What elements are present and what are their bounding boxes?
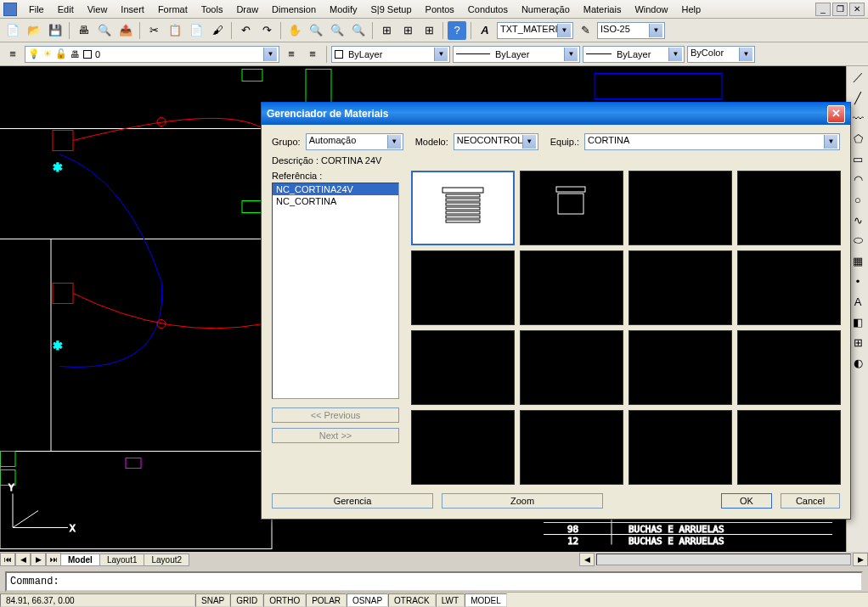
color-combo[interactable]: ByLayer	[331, 46, 450, 63]
line-icon[interactable]: ／	[848, 68, 867, 87]
ellipse-icon[interactable]: ⬭	[848, 231, 867, 250]
equip-combo[interactable]: CORTINA	[584, 133, 840, 150]
snap-toggle[interactable]: SNAP	[195, 593, 230, 607]
window-close[interactable]: ✕	[849, 3, 865, 16]
modelo-combo[interactable]: NEOCONTROL	[454, 133, 538, 150]
polygon-icon[interactable]: ⬠	[848, 129, 867, 148]
tab-next[interactable]: ▶	[31, 553, 46, 566]
hatch-icon[interactable]: ▦	[848, 251, 867, 270]
preview-cell-7[interactable]	[737, 250, 841, 325]
text-icon[interactable]: A	[848, 292, 867, 311]
preview-cell-11[interactable]	[737, 330, 841, 405]
lwt-toggle[interactable]: LWT	[436, 593, 465, 607]
menu-modify[interactable]: Modify	[323, 3, 364, 16]
grid-toggle[interactable]: GRID	[230, 593, 263, 607]
ok-button[interactable]: OK	[721, 493, 772, 509]
circle-icon[interactable]: ○	[848, 190, 867, 209]
undo-icon[interactable]: ↶	[236, 21, 255, 40]
text-style-icon[interactable]: A	[476, 21, 494, 40]
layer-mgr-icon[interactable]: ≡	[3, 45, 22, 64]
preview-icon[interactable]: 🔍	[95, 21, 114, 40]
tab-last[interactable]: ⏭	[46, 553, 61, 566]
lineweight-combo[interactable]: ByLayer	[583, 46, 685, 63]
preview-cell-2[interactable]	[628, 171, 732, 245]
preview-cell-12[interactable]	[411, 410, 515, 485]
menu-insert[interactable]: Insert	[114, 3, 151, 16]
table-icon[interactable]: ⊞	[848, 333, 867, 351]
polar-toggle[interactable]: POLAR	[306, 593, 347, 607]
preview-cell-8[interactable]	[411, 330, 515, 405]
tool-palette-icon[interactable]: ⊞	[420, 21, 438, 40]
preview-cell-6[interactable]	[628, 250, 732, 325]
redo-icon[interactable]: ↷	[257, 21, 276, 40]
menu-file[interactable]: File	[22, 3, 51, 16]
copy-icon[interactable]: 📋	[166, 21, 184, 40]
open-icon[interactable]: 📂	[25, 21, 43, 40]
tab-layout2[interactable]: Layout2	[144, 554, 189, 566]
new-icon[interactable]: 📄	[3, 21, 22, 40]
tab-model[interactable]: Model	[60, 554, 100, 566]
save-icon[interactable]: 💾	[46, 21, 65, 40]
gradient-icon[interactable]: ◐	[848, 353, 867, 372]
properties-icon[interactable]: ⊞	[377, 21, 396, 40]
pline-icon[interactable]: 〰	[848, 109, 867, 127]
window-minimize[interactable]: _	[815, 3, 831, 16]
dialog-close-button[interactable]: ✕	[827, 105, 845, 123]
preview-cell-9[interactable]	[520, 330, 623, 405]
point-icon[interactable]: •	[848, 272, 867, 290]
text-style-combo[interactable]: TXT_MATERIA	[497, 22, 573, 39]
xline-icon[interactable]: ╱	[848, 88, 867, 107]
ref-item-0[interactable]: NC_CORTINA24V	[273, 183, 398, 195]
preview-cell-4[interactable]	[411, 250, 515, 325]
preview-cell-14[interactable]	[628, 410, 732, 485]
preview-cell-15[interactable]	[737, 410, 841, 485]
previous-button[interactable]: << Previous	[272, 407, 399, 423]
match-icon[interactable]: 🖌	[208, 21, 227, 40]
menu-condutos[interactable]: Condutos	[461, 3, 515, 16]
menu-window[interactable]: Window	[628, 3, 674, 16]
cancel-button[interactable]: Cancel	[781, 493, 840, 509]
menu-help[interactable]: Help	[675, 3, 708, 16]
menu-format[interactable]: Format	[151, 3, 194, 16]
preview-cell-10[interactable]	[628, 330, 732, 405]
print-icon[interactable]: 🖶	[74, 21, 93, 40]
layer-states-icon[interactable]: ≡	[303, 45, 322, 64]
preview-cell-13[interactable]	[520, 410, 623, 485]
zoom-rt-icon[interactable]: 🔍	[307, 21, 325, 40]
layer-combo[interactable]: 💡☀🔓🖶 0	[25, 46, 279, 63]
zoom-prev-icon[interactable]: 🔍	[349, 21, 368, 40]
ortho-toggle[interactable]: ORTHO	[263, 593, 306, 607]
dialog-titlebar[interactable]: Gerenciador de Materiais ✕	[262, 103, 850, 125]
help-icon[interactable]: ?	[448, 21, 466, 40]
arc-icon[interactable]: ◠	[848, 170, 867, 188]
grupo-combo[interactable]: Automação	[306, 133, 403, 150]
plotstyle-combo[interactable]: ByColor	[687, 46, 755, 63]
linetype-combo[interactable]: ByLayer	[453, 46, 580, 63]
design-ctr-icon[interactable]: ⊞	[398, 21, 417, 40]
tab-layout1[interactable]: Layout1	[99, 554, 145, 566]
menu-dimension[interactable]: Dimension	[265, 3, 323, 16]
menu-view[interactable]: View	[81, 3, 115, 16]
paste-icon[interactable]: 📄	[187, 21, 206, 40]
tab-prev[interactable]: ◀	[15, 553, 31, 566]
menu-draw[interactable]: Draw	[229, 3, 265, 16]
tab-first[interactable]: ⏮	[0, 553, 15, 566]
hscroll-track[interactable]	[596, 554, 851, 565]
preview-cell-0[interactable]	[411, 171, 515, 245]
dim-style-icon[interactable]: ✎	[576, 21, 595, 40]
cut-icon[interactable]: ✂	[144, 21, 163, 40]
preview-cell-5[interactable]	[520, 250, 623, 325]
zoom-button[interactable]: Zoom	[442, 493, 603, 509]
hscroll-right[interactable]: ▶	[853, 553, 868, 566]
otrack-toggle[interactable]: OTRACK	[388, 593, 436, 607]
spline-icon[interactable]: ∿	[848, 211, 867, 229]
rect-icon[interactable]: ▭	[848, 149, 867, 168]
referencia-list[interactable]: NC_CORTINA24V NC_CORTINA	[272, 183, 399, 399]
region-icon[interactable]: ◧	[848, 312, 867, 331]
menu-tools[interactable]: Tools	[194, 3, 230, 16]
pan-icon[interactable]: ✋	[285, 21, 304, 40]
hscroll-left[interactable]: ◀	[579, 553, 595, 566]
command-line[interactable]: Command:	[5, 571, 863, 592]
menu-edit[interactable]: Edit	[51, 3, 81, 16]
menu-numeracao[interactable]: Numeração	[515, 3, 577, 16]
